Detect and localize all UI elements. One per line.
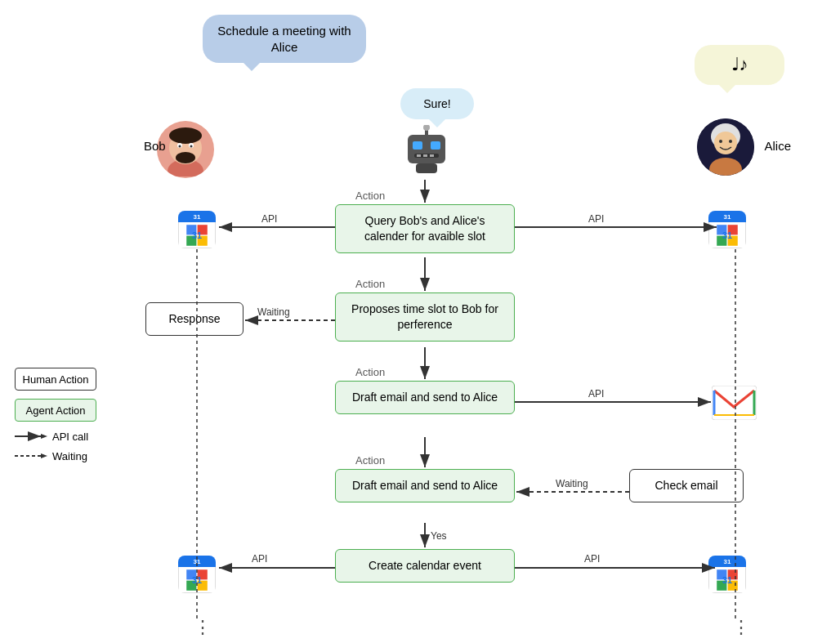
bubble-robot-text: Sure! (423, 97, 450, 110)
svg-point-23 (729, 140, 732, 143)
svg-text:Yes: Yes (431, 530, 447, 542)
svg-text:API: API (588, 388, 604, 400)
bubble-bob-text: Schedule a meeting with Alice (217, 24, 351, 54)
svg-text:31: 31 (722, 230, 732, 240)
calendar-icon-bob-top: 31 31 (178, 211, 216, 248)
svg-text:Waiting: Waiting (556, 478, 588, 489)
svg-text:API: API (261, 213, 277, 225)
gmail-icon (712, 386, 757, 423)
label-bob: Bob (144, 139, 166, 153)
speech-bubble-alice: ♩♪ (695, 45, 784, 85)
svg-point-22 (719, 140, 722, 143)
legend: Human Action Agent Action API call Waiti… (15, 368, 96, 462)
action-label-1: Action (355, 190, 385, 202)
legend-agent-action: Agent Action (15, 399, 96, 422)
svg-text:API: API (588, 213, 604, 225)
svg-text:31: 31 (192, 230, 202, 240)
svg-rect-16 (430, 154, 434, 157)
svg-marker-81 (41, 453, 47, 458)
box-create-cal: Create calendar event (335, 549, 515, 583)
avatar-alice (697, 118, 754, 176)
diagram: Schedule a meeting with Alice Sure! ♩♪ B… (0, 0, 840, 643)
speech-bubble-robot: Sure! (400, 88, 474, 119)
svg-text:⋮: ⋮ (732, 617, 750, 637)
calendar-icon-alice-top: 31 31 (708, 211, 746, 248)
svg-text:Waiting: Waiting (257, 306, 290, 318)
svg-point-9 (423, 125, 430, 131)
svg-point-2 (169, 127, 202, 144)
svg-point-7 (190, 145, 193, 147)
svg-marker-79 (41, 434, 47, 439)
svg-rect-11 (413, 141, 422, 150)
action-label-4: Action (355, 454, 385, 467)
svg-point-21 (714, 132, 737, 154)
svg-text:API: API (252, 553, 267, 565)
box-propose: Proposes time slot to Bob for perference (335, 292, 515, 342)
legend-human-action: Human Action (15, 368, 96, 391)
svg-point-3 (176, 152, 195, 163)
svg-point-6 (179, 145, 181, 147)
box-draft1: Draft email and send to Alice (335, 381, 515, 414)
calendar-icon-bob-bottom: 31 31 (178, 556, 216, 593)
bubble-alice-text: ♩♪ (731, 54, 748, 74)
svg-rect-15 (423, 154, 427, 157)
box-draft2: Draft email and send to Alice (335, 469, 515, 502)
svg-text:31: 31 (192, 575, 202, 585)
action-label-2: Action (355, 278, 385, 290)
calendar-icon-alice-bottom: 31 31 (708, 556, 746, 593)
svg-text:31: 31 (722, 575, 732, 585)
box-response: Response (145, 302, 244, 336)
svg-text:⋮: ⋮ (194, 617, 212, 637)
legend-api-call: API call (15, 430, 96, 443)
legend-waiting: Waiting (15, 449, 96, 462)
svg-text:API: API (584, 553, 600, 565)
box-query-cal: Query Bob's and Alice's calender for ava… (335, 204, 515, 253)
label-alice: Alice (764, 139, 791, 153)
svg-rect-12 (431, 141, 440, 150)
speech-bubble-bob: Schedule a meeting with Alice (203, 15, 366, 63)
svg-rect-17 (416, 163, 437, 173)
avatar-robot (394, 127, 459, 176)
box-check-email: Check email (629, 469, 744, 502)
action-label-3: Action (355, 366, 385, 378)
svg-rect-14 (417, 154, 421, 157)
